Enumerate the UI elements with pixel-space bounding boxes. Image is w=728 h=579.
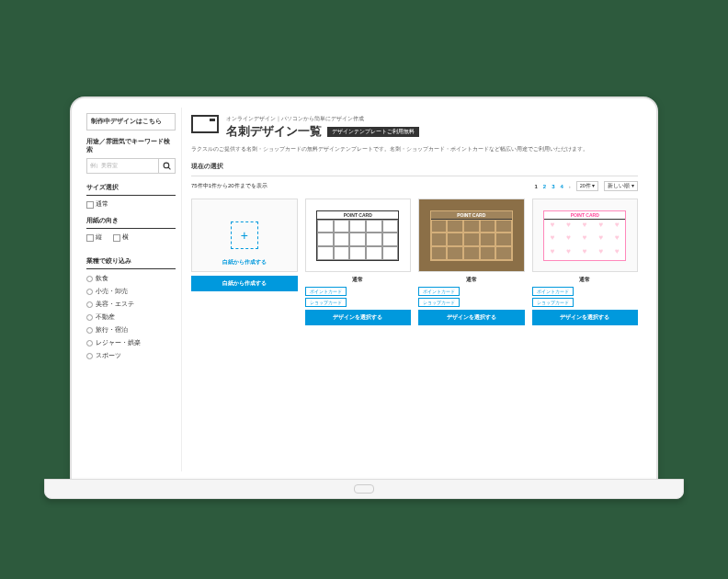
template-card: POINT CARD♥♥♥♥♥♥♥♥♥♥♥♥♥♥♥ 通常 ポイントカードショップ… <box>532 199 639 328</box>
create-blank-card: + 白紙から作成する 白紙から作成する <box>191 199 298 328</box>
laptop-base <box>44 479 684 499</box>
app-screen: 制作中デザインはこちら 用途／雰囲気でキーワード検索 例）美容室 サイズ選択 通… <box>81 108 647 471</box>
type-label: 通常 <box>305 276 412 284</box>
card-grid: + 白紙から作成する 白紙から作成する POINT CARD 通常 ポイントカー… <box>191 199 638 328</box>
radio-icon <box>86 314 93 321</box>
category-heading: 業種で絞り込み <box>86 256 176 269</box>
size-heading: サイズ選択 <box>86 183 176 196</box>
radio-icon <box>86 353 93 359</box>
orientation-heading: 用紙の向き <box>86 216 176 229</box>
result-count: 75件中1件から20件までを表示 <box>191 182 267 190</box>
orient-vertical[interactable]: 縦 <box>86 233 102 242</box>
main-content: オンラインデザイン｜パソコンから簡単にデザイン作成 名刺デザイン一覧 デザインテ… <box>182 108 647 471</box>
checkbox-icon <box>86 201 94 209</box>
radio-icon <box>86 276 93 282</box>
category-item[interactable]: 旅行・宿泊 <box>86 325 176 335</box>
pagination: 1 2 3 4 › 20件 ▾ 新しい順 ▾ <box>534 181 638 191</box>
select-button[interactable]: デザインを選択する <box>305 310 412 325</box>
template-thumb[interactable]: POINT CARD <box>305 199 412 272</box>
category-item[interactable]: スポーツ <box>86 351 176 360</box>
sidebar: 制作中デザインはこちら 用途／雰囲気でキーワード検索 例）美容室 サイズ選択 通… <box>81 108 182 471</box>
page-4[interactable]: 4 <box>560 184 563 189</box>
current-selection-label: 現在の選択 <box>191 163 638 171</box>
category-item[interactable]: 不動産 <box>86 312 176 322</box>
svg-point-0 <box>164 163 169 168</box>
radio-icon <box>86 289 93 295</box>
category-list: 飲食 小売・卸売 美容・エステ 不動産 旅行・宿泊 レジャー・娯楽 スポーツ <box>86 274 176 360</box>
size-option[interactable]: 通常 <box>86 200 176 209</box>
template-card: POINT CARD 通常 ポイントカードショップカード デザインを選択する <box>418 199 525 328</box>
create-label: 白紙から作成する <box>222 259 267 266</box>
tag[interactable]: ポイントカード <box>305 287 347 296</box>
template-thumb[interactable]: POINT CARD♥♥♥♥♥♥♥♥♥♥♥♥♥♥♥ <box>532 199 639 272</box>
page-3[interactable]: 3 <box>552 184 554 189</box>
breadcrumb: オンラインデザイン｜パソコンから簡単にデザイン作成 <box>226 115 419 123</box>
radio-icon <box>86 327 93 334</box>
create-thumb[interactable]: + 白紙から作成する <box>191 199 298 272</box>
type-label: 通常 <box>532 276 639 284</box>
checkbox-icon <box>86 234 94 242</box>
radio-icon <box>86 301 93 308</box>
search-input[interactable]: 例）美容室 <box>86 158 159 174</box>
page-description: ラクスルのご提供する名刺・ショップカードの無料デザインテンプレートです。名刺・シ… <box>191 145 638 153</box>
tag[interactable]: ポイントカード <box>532 287 574 296</box>
type-label: 通常 <box>418 276 525 284</box>
page-title: 名刺デザイン一覧 <box>226 123 322 140</box>
checkbox-icon <box>113 234 120 242</box>
select-button[interactable]: デザインを選択する <box>418 310 525 325</box>
search-label: 用途／雰囲気でキーワード検索 <box>86 138 176 154</box>
select-button[interactable]: デザインを選択する <box>532 310 639 325</box>
card-icon <box>191 115 219 133</box>
template-card: POINT CARD 通常 ポイントカードショップカード デザインを選択する <box>305 199 412 328</box>
radio-icon <box>86 340 93 346</box>
category-item[interactable]: 飲食 <box>86 274 176 283</box>
free-badge: デザインテンプレートご利用無料 <box>327 127 419 137</box>
svg-line-1 <box>168 167 170 169</box>
sort-select[interactable]: 新しい順 ▾ <box>604 181 638 191</box>
laptop-frame: 制作中デザインはこちら 用途／雰囲気でキーワード検索 例）美容室 サイズ選択 通… <box>70 96 658 482</box>
search-button[interactable] <box>159 158 176 174</box>
create-button[interactable]: 白紙から作成する <box>191 276 298 291</box>
tag[interactable]: ショップカード <box>418 298 460 307</box>
page-2[interactable]: 2 <box>543 184 546 189</box>
category-item[interactable]: 小売・卸売 <box>86 287 176 296</box>
tag[interactable]: ショップカード <box>532 298 574 307</box>
search-icon <box>163 162 171 170</box>
tag[interactable]: ショップカード <box>305 298 347 307</box>
page-1[interactable]: 1 <box>534 184 537 189</box>
next-page-icon[interactable]: › <box>569 184 571 189</box>
orient-horizontal[interactable]: 横 <box>113 233 129 242</box>
template-thumb[interactable]: POINT CARD <box>418 199 525 272</box>
plus-icon: + <box>231 221 258 249</box>
category-item[interactable]: レジャー・娯楽 <box>86 338 176 347</box>
tag[interactable]: ポイントカード <box>418 287 460 296</box>
wip-designs-link[interactable]: 制作中デザインはこちら <box>86 113 176 131</box>
per-page-select[interactable]: 20件 ▾ <box>576 181 599 191</box>
category-item[interactable]: 美容・エステ <box>86 300 176 309</box>
